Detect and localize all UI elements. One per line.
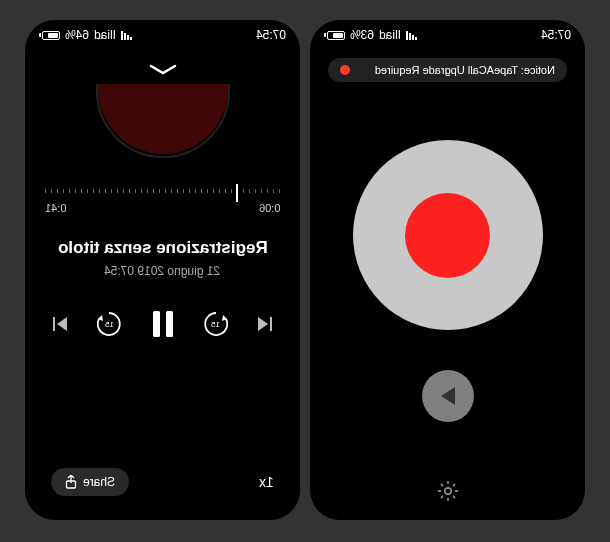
settings-button[interactable] — [437, 480, 459, 506]
clock-label: 07:54 — [541, 28, 571, 42]
upgrade-notice[interactable]: Notice: TapeACall Upgrade Required — [328, 58, 567, 82]
signal-icon — [406, 31, 417, 40]
share-icon — [65, 475, 77, 489]
speed-button[interactable]: 1x — [259, 474, 274, 490]
svg-rect-2 — [166, 311, 173, 337]
recorder-screen: Iliad 63% 07:54 Notice: TapeACall Upgrad… — [310, 20, 585, 520]
skip-back-button[interactable] — [51, 315, 69, 333]
status-bar: Iliad 64% 07:54 — [25, 20, 300, 46]
rewind-15-button[interactable]: 15 — [94, 309, 124, 339]
status-bar: Iliad 63% 07:54 — [310, 20, 585, 46]
playhead[interactable] — [236, 184, 238, 202]
gear-icon — [437, 480, 459, 502]
svg-line-12 — [441, 496, 443, 498]
recording-title: Registrazione senza titolo — [58, 238, 268, 258]
carrier-label: Iliad — [379, 28, 401, 42]
signal-icon — [121, 31, 132, 40]
scrubber[interactable]: 0:41 0:06 — [45, 188, 280, 214]
svg-line-13 — [453, 484, 455, 486]
collapse-button[interactable] — [45, 62, 280, 80]
remaining-time: 0:06 — [259, 202, 280, 214]
record-dot-icon — [340, 65, 350, 75]
skip-forward-button[interactable] — [256, 315, 274, 333]
forward-15-button[interactable]: 15 — [201, 309, 231, 339]
svg-line-10 — [441, 484, 443, 486]
battery-icon — [324, 31, 345, 40]
play-button[interactable] — [422, 370, 474, 422]
carrier-label: Iliad — [94, 28, 116, 42]
svg-rect-0 — [53, 317, 55, 331]
battery-pct: 63% — [350, 28, 374, 42]
svg-rect-1 — [153, 311, 160, 337]
recording-date: 21 giugno 2019 07:54 — [104, 264, 220, 278]
battery-icon — [39, 31, 60, 40]
record-button[interactable] — [353, 140, 543, 330]
svg-line-11 — [453, 496, 455, 498]
svg-point-5 — [444, 488, 450, 494]
svg-rect-3 — [270, 317, 272, 331]
notice-text: Notice: TapeACall Upgrade Required — [358, 64, 555, 76]
battery-pct: 64% — [65, 28, 89, 42]
clock-label: 07:54 — [256, 28, 286, 42]
play-icon — [438, 385, 458, 407]
player-screen: Iliad 64% 07:54 0:41 0:06 — [25, 20, 300, 520]
elapsed-time: 0:41 — [45, 202, 66, 214]
share-label: Share — [83, 475, 115, 489]
artwork — [45, 84, 280, 174]
record-icon — [405, 193, 490, 278]
share-button[interactable]: Share — [51, 468, 129, 496]
pause-button[interactable] — [150, 309, 176, 339]
